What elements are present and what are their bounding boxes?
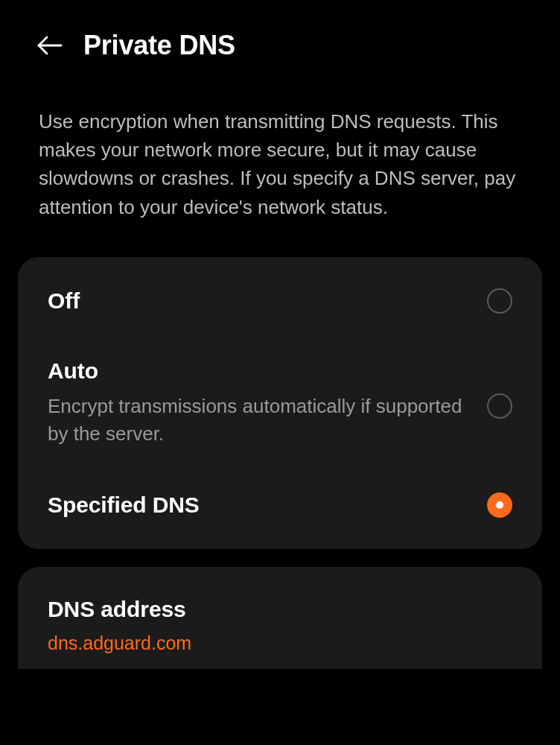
page-description: Use encryption when transmitting DNS req… [0,79,560,257]
radio-icon [487,288,512,314]
back-icon[interactable] [36,32,63,59]
option-off[interactable]: Off [18,266,542,336]
option-off-text: Off [48,288,469,314]
option-auto[interactable]: Auto Encrypt transmissions automatically… [18,336,542,470]
dns-address-label: DNS address [48,597,512,622]
radio-checked-icon [487,492,512,518]
dns-options-card: Off Auto Encrypt transmissions automatic… [18,257,542,549]
dns-address-card[interactable]: DNS address dns.adguard.com [18,567,542,669]
option-specified-dns[interactable]: Specified DNS [18,470,542,540]
option-off-title: Off [48,288,469,314]
option-auto-text: Auto Encrypt transmissions automatically… [48,358,469,448]
option-specified-title: Specified DNS [48,492,469,518]
option-auto-subtitle: Encrypt transmissions automatically if s… [48,393,469,448]
page-header: Private DNS [0,0,560,79]
page-title: Private DNS [83,30,235,61]
radio-icon [487,393,512,419]
option-specified-text: Specified DNS [48,492,469,518]
dns-address-value: dns.adguard.com [48,633,512,654]
option-auto-title: Auto [48,358,469,384]
